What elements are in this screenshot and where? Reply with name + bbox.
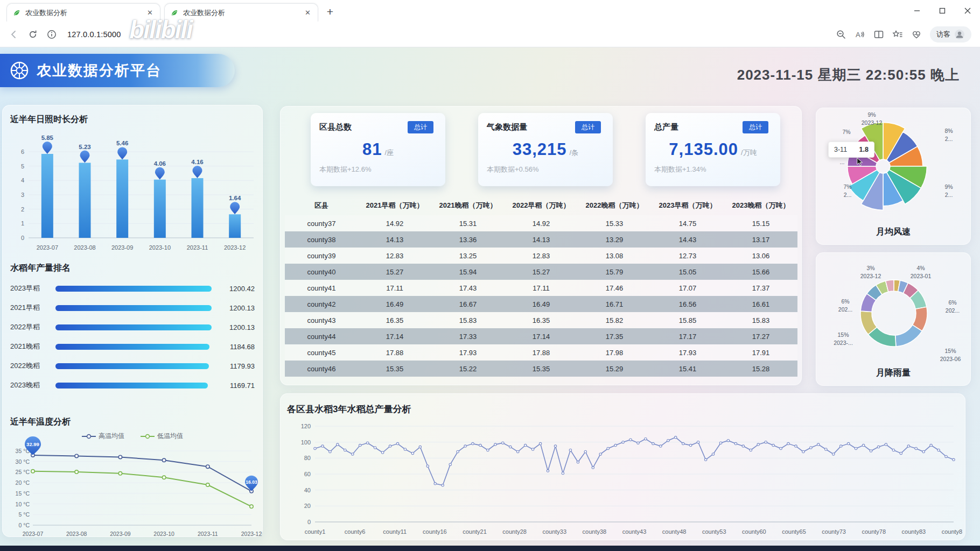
table-cell: 15.29: [578, 361, 651, 377]
stat-card-value: 7,135.00: [669, 140, 738, 159]
ranking-bar: [55, 324, 212, 330]
browser-essentials-icon[interactable]: [911, 29, 922, 40]
refresh-icon[interactable]: [27, 29, 38, 40]
temperature-line-chart[interactable]: 0 °C5 °C10 °C15 °C20 °C25 °C30 °C35 °C20…: [7, 444, 259, 539]
wind-title: 月均风速: [816, 227, 970, 238]
legend-label: 低温均值: [157, 432, 183, 441]
rain-donut-chart[interactable]: 3%2023-124%2023-016%202...6%202...15%202…: [820, 257, 968, 368]
table-cell: 14.92: [358, 215, 431, 231]
ranking-bar-chart[interactable]: 2023早稻 1200.42 2021早稻 1200.13 2022早稻 120…: [3, 279, 262, 395]
ranking-row: 2023早稻 1200.42: [3, 279, 262, 298]
table-cell: 15.31: [431, 215, 505, 231]
ranking-title: 水稻年产量排名: [10, 263, 71, 274]
zoom-out-icon[interactable]: [836, 29, 846, 40]
svg-text:2023-12: 2023-12: [862, 119, 883, 126]
bottom-scrollbar[interactable]: [0, 546, 980, 551]
table-cell: 15.41: [651, 361, 724, 377]
svg-text:16.03: 16.03: [246, 479, 257, 485]
ranking-row: 2021晚稻 1184.68: [3, 337, 262, 356]
svg-text:county38: county38: [583, 528, 607, 535]
ranking-value: 1169.71: [217, 382, 255, 390]
back-icon[interactable]: [9, 29, 19, 40]
url-text[interactable]: 127.0.0.1:5000: [67, 30, 121, 39]
minimize-button[interactable]: [904, 0, 929, 22]
svg-text:15%: 15%: [944, 348, 956, 354]
table-row: county4417.1417.3317.1417.3517.1717.27: [285, 328, 797, 344]
ranking-row: 2022晚稻 1179.93: [3, 356, 262, 376]
table-cell: 16.71: [578, 296, 651, 312]
production-line-chart[interactable]: 020406080100120county1county6county11cou…: [285, 419, 962, 538]
favorites-icon[interactable]: [892, 29, 903, 40]
svg-text:7%: 7%: [842, 129, 850, 135]
svg-text:15 °C: 15 °C: [16, 490, 30, 497]
legend-item-high[interactable]: 高温均值: [82, 432, 124, 441]
table-header-cell: 区县: [285, 195, 358, 215]
svg-text:2023-09: 2023-09: [110, 531, 131, 537]
svg-text:5 °C: 5 °C: [18, 511, 30, 518]
svg-text:2023-12: 2023-12: [860, 273, 881, 279]
temperature-legend[interactable]: 高温均值 低温均值: [3, 432, 262, 441]
svg-text:2023-11: 2023-11: [187, 244, 208, 251]
svg-text:county43: county43: [622, 528, 647, 535]
svg-text:2023-07: 2023-07: [23, 531, 44, 537]
table-cell: 16.56: [651, 296, 724, 312]
close-window-button[interactable]: [955, 0, 980, 22]
table-cell: 13.29: [578, 231, 651, 248]
browser-tab-2[interactable]: 农业数据分析 ✕: [164, 3, 318, 22]
legend-marker-icon: [82, 434, 96, 439]
table-cell: 15.83: [431, 312, 505, 328]
table-cell: county46: [285, 361, 358, 377]
tooltip-label: 3-11: [834, 146, 847, 153]
sunshine-bar-chart[interactable]: 01234565.852023-075.232023-085.462023-09…: [7, 129, 259, 254]
table-cell: county44: [285, 328, 358, 344]
stat-card-badge: 总计: [408, 121, 433, 133]
ranking-bar: [55, 305, 212, 311]
table-cell: 16.61: [724, 296, 797, 312]
maximize-button[interactable]: [929, 0, 955, 22]
svg-text:2023-09: 2023-09: [111, 244, 133, 251]
split-screen-icon[interactable]: [873, 29, 884, 40]
ranking-value: 1200.13: [217, 304, 255, 312]
wind-rose-chart[interactable]: 9%2023-128%2...9%2...7%...7%2...: [820, 109, 968, 227]
profile-button[interactable]: 访客: [930, 26, 971, 43]
svg-text:20: 20: [304, 503, 311, 509]
table-cell: 15.82: [578, 312, 651, 328]
table-cell: 12.73: [651, 248, 724, 264]
svg-text:2023-12: 2023-12: [241, 531, 262, 537]
svg-text:30 °C: 30 °C: [16, 458, 30, 465]
site-info-icon[interactable]: [46, 29, 57, 40]
svg-text:10 °C: 10 °C: [16, 501, 30, 507]
stat-card: 总产量 总计 7,135.00/万吨 本期数据+1.34%: [646, 113, 780, 186]
svg-text:9%: 9%: [867, 111, 876, 118]
temperature-title: 近半年温度分析: [10, 416, 71, 428]
table-cell: 17.98: [578, 344, 651, 361]
svg-text:county48: county48: [662, 528, 687, 535]
svg-text:0: 0: [307, 519, 311, 525]
tab-title: 农业数据分析: [183, 8, 299, 18]
svg-text:2...: 2...: [945, 192, 953, 198]
table-cell: 17.11: [505, 280, 578, 296]
table-cell: 16.49: [358, 296, 431, 312]
table-cell: 17.17: [651, 328, 724, 344]
svg-text:county33: county33: [542, 528, 566, 535]
rain-title: 月降雨量: [816, 368, 970, 379]
tab-close-icon[interactable]: ✕: [145, 9, 155, 17]
svg-text:1.64: 1.64: [229, 195, 241, 201]
svg-text:2023-...: 2023-...: [834, 340, 853, 346]
ranking-row: 2021早稻 1200.13: [3, 298, 262, 317]
svg-text:county78: county78: [862, 528, 886, 535]
table-row: county4015.2715.9415.2715.7915.0515.66: [285, 264, 797, 280]
svg-text:3: 3: [21, 192, 24, 198]
ranking-row: 2022早稻 1200.13: [3, 317, 262, 337]
app-title: 农业数据分析平台: [37, 61, 162, 80]
browser-tab-1[interactable]: 农业数据分析 ✕: [6, 3, 160, 22]
tab-close-icon[interactable]: ✕: [303, 9, 312, 17]
table-row: county4517.8817.9317.8817.9817.9317.91: [285, 344, 797, 361]
table-header-cell: 2022早稻（万吨）: [505, 195, 578, 215]
svg-text:100: 100: [301, 439, 311, 446]
read-aloud-icon[interactable]: A: [855, 29, 865, 40]
new-tab-button[interactable]: +: [322, 4, 338, 20]
table-cell: 15.79: [578, 264, 651, 280]
table-cell: 15.22: [431, 361, 505, 377]
legend-item-low[interactable]: 低温均值: [141, 432, 183, 441]
